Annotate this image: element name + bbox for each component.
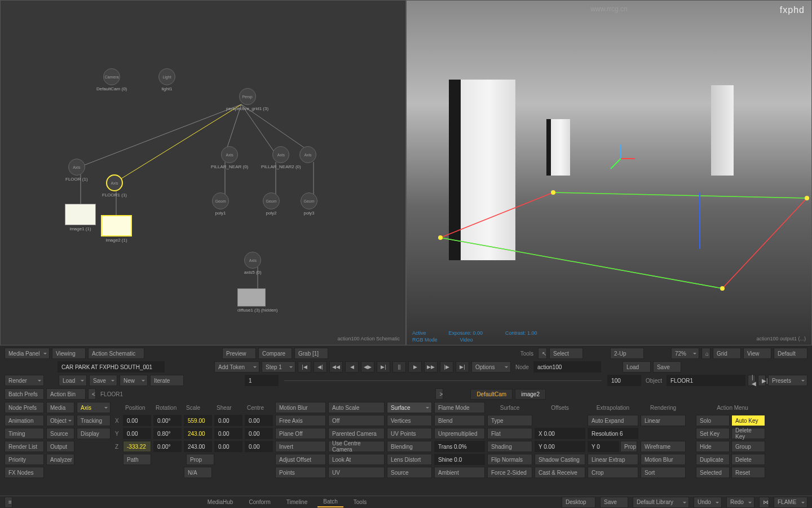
load-dropdown[interactable]: Load [59, 375, 87, 386]
auto-expand-button[interactable]: Auto Expand [588, 415, 638, 426]
render-dropdown[interactable]: Render [5, 375, 44, 386]
render-list-button[interactable]: Render List [5, 441, 44, 452]
goto-end-icon[interactable]: ▶| [456, 361, 469, 373]
display-button[interactable]: Display [77, 428, 111, 439]
twoup-button[interactable]: 2-Up [610, 348, 644, 359]
end-frame-field[interactable]: 100 [607, 375, 641, 386]
selected-button[interactable]: Selected [696, 467, 730, 478]
centre-x-field[interactable]: 0.00 [245, 415, 273, 426]
prev-key-icon[interactable]: ◀| [314, 361, 327, 373]
y0-field[interactable]: Y 0 [588, 441, 619, 452]
use-centre-camera-button[interactable]: Use Centre Camera [328, 441, 385, 452]
animation-button[interactable]: Animation [5, 415, 44, 426]
fx-nodes-button[interactable]: FX Nodes [5, 467, 44, 478]
blending-button[interactable]: Blending [387, 441, 432, 452]
motion-blur-button[interactable]: Motion Blur [275, 402, 326, 413]
uv-points-button[interactable]: UV Points [387, 428, 432, 439]
tab-image2[interactable]: image2 [515, 389, 546, 400]
cursor-tool-icon[interactable]: ↖ [538, 348, 547, 359]
prop-toggle[interactable]: Prop [620, 441, 637, 452]
home-icon[interactable]: ⌂ [701, 348, 710, 359]
auto-key-button[interactable]: Auto Key [731, 415, 765, 426]
node-axis-pillar-near[interactable]: Axis PILLAR_NEAR (0) [211, 146, 248, 169]
ambient-button[interactable]: Ambient [434, 467, 485, 478]
solo-button[interactable]: Solo [696, 415, 730, 426]
action-schematic-viewport[interactable]: Camera DefaultCam (0) Light light1 Persp… [0, 0, 406, 345]
media-button[interactable]: Media [46, 402, 74, 413]
shear-y-field[interactable]: 0.00 [214, 428, 242, 439]
linear-button[interactable]: Linear [641, 415, 686, 426]
fish-icon[interactable]: ⋈ [759, 497, 769, 508]
prev-object-icon[interactable]: |◀ [748, 375, 756, 386]
priority-button[interactable]: Priority [5, 454, 44, 465]
look-at-button[interactable]: Look At [328, 454, 385, 465]
redo-dropdown[interactable]: Redo [726, 497, 754, 508]
flat-button[interactable]: Flat [487, 428, 532, 439]
media-panel-dropdown[interactable]: Media Panel [5, 348, 50, 359]
bottom-save-button[interactable]: Save [600, 497, 628, 508]
offset-y-field[interactable]: Y 0.00 [535, 441, 585, 452]
save-dropdown[interactable]: Save [89, 375, 117, 386]
node-poly2[interactable]: Geom poly2 [263, 192, 280, 216]
rot-x-field[interactable]: 0.00° [153, 415, 182, 426]
reset-button[interactable]: Reset [731, 467, 765, 478]
node-light[interactable]: Light light1 [158, 68, 175, 91]
node-axis-pillar-near2b[interactable]: Axis [299, 146, 316, 163]
action-bin-button[interactable]: Action Bin [46, 388, 86, 400]
hide-button[interactable]: Hide [696, 441, 730, 452]
shear-x-field[interactable]: 0.00 [214, 415, 242, 426]
parented-camera-button[interactable]: Parented Camera [328, 428, 385, 439]
shine-field[interactable]: Shine 0.0 [434, 454, 485, 465]
node-poly1[interactable]: Geom poly1 [212, 192, 229, 216]
play-icon[interactable]: ▶ [408, 361, 422, 373]
goto-start-icon[interactable]: |◀ [298, 361, 311, 373]
step-fwd-half-icon[interactable]: ▶| [377, 361, 390, 373]
node-perspective-grid[interactable]: Persp perspective_grid1 (3) [226, 88, 268, 111]
tools-tab[interactable]: Tools [348, 497, 372, 507]
object-dropdown[interactable]: Object [46, 415, 74, 426]
step-dropdown[interactable]: Step 1 [262, 361, 295, 373]
duplicate-button[interactable]: Duplicate [696, 454, 730, 465]
project-name-field[interactable]: CAR PARK AT FXPHD SOUTH_001 [58, 361, 165, 373]
path-button[interactable]: Path [123, 454, 151, 465]
prev-tab-icon[interactable]: < [88, 388, 96, 400]
viewing-button[interactable]: Viewing [52, 348, 86, 359]
plane-off-button[interactable]: Plane Off [275, 428, 326, 439]
unpremultiplied-button[interactable]: Unpremultiplied [434, 428, 485, 439]
pos-z-field[interactable]: -333.22 [123, 441, 151, 452]
timing-button[interactable]: Timing [5, 428, 44, 439]
node-poly3[interactable]: Geom poly3 [301, 192, 317, 216]
next-key-icon[interactable]: |▶ [440, 361, 453, 373]
default-button[interactable]: Default [774, 348, 807, 359]
pos-y-field[interactable]: 0.00 [123, 428, 151, 439]
uv-button[interactable]: UV [328, 467, 385, 478]
off-button[interactable]: Off [328, 415, 385, 426]
rot-y-field[interactable]: 0.80° [153, 428, 182, 439]
na-button[interactable]: N/A [184, 467, 212, 478]
node-image1[interactable]: image1 (1) [65, 204, 96, 231]
source-button-2[interactable]: Source [387, 467, 432, 478]
iterate-button[interactable]: Iterate [150, 375, 184, 386]
flame-dropdown[interactable]: FLAME [774, 497, 807, 508]
trans-field[interactable]: Trans 0.0% [434, 441, 485, 452]
next-object-icon[interactable]: ▶| [758, 375, 766, 386]
motion-blur-button-2[interactable]: Motion Blur [641, 454, 686, 465]
adjust-offset-button[interactable]: Adjust Offset [275, 454, 326, 465]
centre-z-field[interactable]: 0.00 [245, 441, 273, 452]
node-axis-floor1-selected[interactable]: Axis FLOOR1 (1) [102, 174, 127, 198]
resolution-field[interactable]: Resolution 6 [588, 428, 638, 439]
flip-normals-button[interactable]: Flip Normals [487, 454, 532, 465]
analyzer-button[interactable]: Analyzer [46, 454, 74, 465]
action-schematic-button[interactable]: Action Schematic [88, 348, 144, 359]
flame-mode-button[interactable]: Flame Mode [434, 402, 485, 413]
batch-tab[interactable]: Batch [317, 497, 343, 507]
lens-distort-button[interactable]: Lens Distort [387, 454, 432, 465]
shadow-casting-button[interactable]: Shadow Casting [535, 454, 585, 465]
auto-scale-button[interactable]: Auto Scale [328, 402, 385, 413]
pos-x-field[interactable]: 0.00 [123, 415, 151, 426]
wireframe-button[interactable]: Wireframe [641, 441, 686, 452]
rewind-icon[interactable]: ◀◀ [329, 361, 343, 373]
axis-dropdown[interactable]: Axis [77, 402, 111, 413]
preview-button[interactable]: Preview [222, 348, 256, 359]
delete-key-button[interactable]: Delete Key [731, 428, 765, 439]
